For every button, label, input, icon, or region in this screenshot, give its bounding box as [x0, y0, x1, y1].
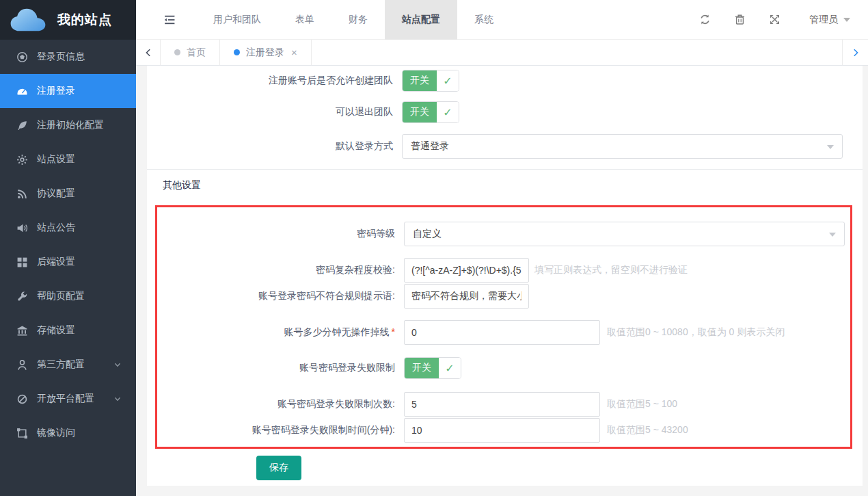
field-hint: 取值范围5 ~ 100	[607, 398, 677, 410]
topnav-item-site-config[interactable]: 站点配置	[385, 0, 457, 40]
mirror-frame-icon	[16, 428, 28, 439]
menu-fold-icon[interactable]	[163, 14, 176, 26]
create-team-toggle[interactable]: 开关 ✓	[402, 70, 459, 92]
sidebar: 我的站点 登录页信息 注册登录 注册初始化配置 站点设置 协议配置	[0, 0, 136, 496]
ball-icon	[16, 51, 28, 63]
close-icon[interactable]: ×	[291, 47, 297, 58]
tab-dot	[234, 49, 240, 55]
user-menu[interactable]: 管理员	[809, 14, 850, 26]
wrench-icon	[16, 291, 28, 302]
main-content: 注册账号后是否允许创建团队 开关 ✓ 可以退出团队 开关 ✓ 默认登录方式	[136, 66, 868, 496]
topbar: 用户和团队 表单 财务 站点配置 系统 管理员	[136, 0, 868, 40]
select-caret-icon	[829, 233, 836, 237]
sidebar-item-third-party-config[interactable]: 第三方配置	[0, 348, 136, 382]
refresh-icon[interactable]	[699, 14, 711, 25]
sidebar-item-register-init-config[interactable]: 注册初始化配置	[0, 108, 136, 142]
check-icon: ✓	[439, 358, 461, 378]
sidebar-item-register-login[interactable]: 注册登录	[0, 74, 136, 108]
idle-timeout-input[interactable]	[404, 320, 600, 345]
sidebar-item-label: 站点公告	[37, 222, 75, 234]
topnav: 用户和团队 表单 财务 站点配置 系统	[196, 0, 511, 40]
settings-form: 注册账号后是否允许创建团队 开关 ✓ 可以退出团队 开关 ✓ 默认登录方式	[147, 66, 863, 486]
brand-logo[interactable]: 我的站点	[0, 0, 136, 40]
sidebar-item-protocol-config[interactable]: 协议配置	[0, 177, 136, 211]
sidebar-item-label: 站点设置	[37, 153, 75, 166]
required-asterisk: *	[392, 326, 395, 337]
form-row-create-team: 注册账号后是否允许创建团队 开关 ✓	[147, 70, 863, 92]
password-level-select[interactable]: 自定义	[404, 222, 845, 246]
topnav-item-finance[interactable]: 财务	[331, 0, 385, 40]
sidebar-item-site-settings[interactable]: 站点设置	[0, 142, 136, 177]
field-label: 账号多少分钟无操作掉线*	[157, 326, 404, 339]
caret-down-icon	[843, 18, 850, 22]
fail-limit-toggle[interactable]: 开关 ✓	[404, 357, 461, 379]
sidebar-item-label: 协议配置	[37, 187, 75, 200]
sidebar-item-login-page-info[interactable]: 登录页信息	[0, 40, 136, 74]
rss-icon	[16, 188, 28, 200]
fail-time-input[interactable]	[404, 418, 600, 443]
field-label: 账号密码登录失败限制次数:	[157, 398, 404, 410]
tab-home[interactable]: 首页	[161, 40, 220, 65]
person-icon	[16, 359, 28, 371]
user-label: 管理员	[809, 14, 838, 26]
sidebar-item-label: 后端设置	[37, 256, 75, 268]
form-row-password-regex: 密码复杂程度校验: 填写正则表达式，留空则不进行验证	[157, 258, 850, 283]
sidebar-item-open-platform-config[interactable]: 开放平台配置	[0, 382, 136, 416]
form-row-password-level: 密码等级 自定义	[157, 222, 850, 246]
bank-icon	[16, 325, 28, 337]
sidebar-item-label: 注册初始化配置	[37, 119, 104, 131]
sidebar-item-label: 镜像访问	[37, 427, 75, 439]
field-hint: 填写正则表达式，留空则不进行验证	[534, 264, 688, 276]
field-label: 可以退出团队	[147, 106, 402, 118]
password-tip-input[interactable]	[404, 284, 529, 309]
brand-title: 我的站点	[57, 11, 112, 29]
sidebar-item-label: 登录页信息	[37, 51, 85, 63]
select-caret-icon	[827, 145, 834, 149]
topbar-actions: 管理员	[676, 14, 868, 26]
app-window: 我的站点 登录页信息 注册登录 注册初始化配置 站点设置 协议配置	[0, 0, 868, 496]
sidebar-item-site-announcement[interactable]: 站点公告	[0, 211, 136, 245]
field-label: 账号密码登录失败限制时间(分钟):	[157, 424, 404, 436]
sidebar-item-help-page-config[interactable]: 帮助页配置	[0, 279, 136, 313]
section-title: 其他设置	[163, 179, 863, 192]
save-button[interactable]: 保存	[256, 456, 301, 480]
tab-dot	[174, 49, 180, 55]
fullscreen-icon[interactable]	[769, 14, 781, 25]
trash-icon[interactable]	[734, 14, 746, 25]
default-login-select[interactable]: 普通登录	[402, 134, 843, 159]
field-label: 密码等级	[157, 228, 404, 240]
sidebar-item-backend-settings[interactable]: 后端设置	[0, 245, 136, 279]
dashboard-icon	[16, 86, 28, 97]
sidebar-item-label: 存储设置	[37, 324, 75, 337]
chevron-down-icon	[113, 394, 122, 404]
chevron-right-icon	[851, 48, 860, 57]
topnav-item-users-teams[interactable]: 用户和团队	[196, 0, 278, 40]
fail-count-input[interactable]	[404, 392, 600, 417]
tab-scroll-left-button[interactable]	[136, 40, 161, 65]
sidebar-item-label: 第三方配置	[37, 358, 85, 371]
password-regex-input[interactable]	[404, 258, 529, 283]
field-hint: 取值范围5 ~ 43200	[607, 424, 688, 436]
topnav-item-system[interactable]: 系统	[457, 0, 511, 40]
sidebar-item-mirror-access[interactable]: 镜像访问	[0, 416, 136, 450]
cloud-icon	[8, 6, 48, 34]
tab-register-login[interactable]: 注册登录 ×	[220, 40, 312, 65]
check-icon: ✓	[437, 102, 459, 122]
topnav-item-forms[interactable]: 表单	[278, 0, 331, 40]
form-row-quit-team: 可以退出团队 开关 ✓	[147, 101, 863, 123]
sidebar-item-label: 注册登录	[37, 85, 75, 97]
tab-scroll-right-button[interactable]	[842, 40, 868, 65]
chevron-down-icon	[113, 360, 122, 369]
form-row-fail-count: 账号密码登录失败限制次数: 取值范围5 ~ 100	[157, 392, 850, 417]
sidebar-item-label: 开放平台配置	[37, 393, 94, 405]
field-label: 注册账号后是否允许创建团队	[147, 75, 402, 87]
grid-icon	[16, 257, 28, 268]
field-label: 账号密码登录失败限制	[157, 362, 404, 374]
tab-label: 首页	[187, 47, 206, 59]
sidebar-item-storage-settings[interactable]: 存储设置	[0, 313, 136, 348]
slash-circle-icon	[16, 393, 28, 405]
quit-team-toggle[interactable]: 开关 ✓	[402, 101, 459, 123]
check-icon: ✓	[437, 70, 459, 91]
gear-icon	[16, 154, 28, 166]
toggle-on-label: 开关	[403, 102, 437, 122]
